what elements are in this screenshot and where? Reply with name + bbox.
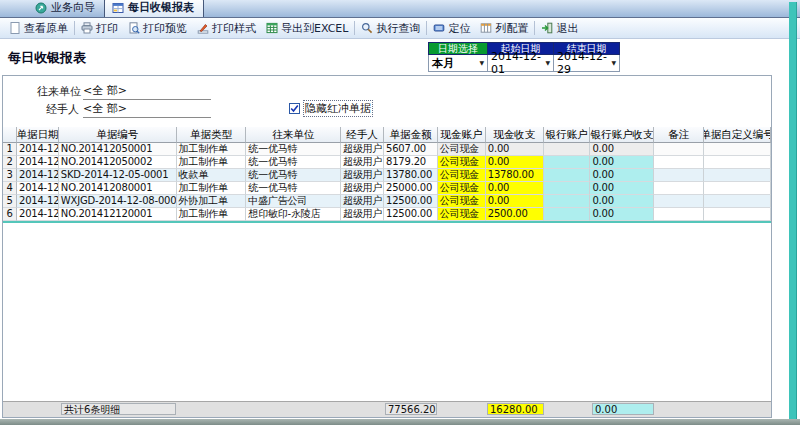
table-row[interactable]: 62014-12-12NO.201412120001加工制作单想印敏印-永陵店超… (3, 208, 771, 221)
cell-doc-type[interactable]: 加工制作单 (177, 143, 247, 156)
cell-partner[interactable]: 中盛广告公司 (246, 195, 341, 208)
cell-handler[interactable]: 超级用户 (341, 143, 384, 156)
column-header-cash-account[interactable]: 现金账户 (438, 127, 486, 143)
column-header-row-number[interactable] (3, 127, 17, 143)
cell-doc-type[interactable]: 收款单 (177, 169, 247, 182)
exit-button[interactable]: 退出 (536, 20, 583, 37)
cell-row-number[interactable]: 2 (3, 156, 17, 169)
table-row[interactable]: 22014-12-05NO.201412050002加工制作单统一优马特超级用户… (3, 156, 771, 169)
cell-remark[interactable] (654, 195, 704, 208)
cell-custom-number[interactable] (704, 143, 771, 156)
cell-amount[interactable]: 5607.00 (384, 143, 438, 156)
cell-partner[interactable]: 统一优马特 (246, 182, 341, 195)
cell-bank-flow[interactable]: 0.00 (590, 195, 654, 208)
column-header-doc-type[interactable]: 单据类型 (177, 127, 247, 143)
cell-row-number[interactable]: 4 (3, 182, 17, 195)
cell-cash-account[interactable]: 公司现金 (438, 169, 486, 182)
cell-remark[interactable] (654, 208, 704, 221)
column-header-partner[interactable]: 往来单位 (246, 127, 341, 143)
cell-partner[interactable]: 想印敏印-永陵店 (246, 208, 341, 221)
cell-custom-number[interactable] (704, 208, 771, 221)
print-style-button[interactable]: 打印样式 (192, 20, 261, 37)
column-header-cash-flow[interactable]: 现金收支 (486, 127, 544, 143)
query-button[interactable]: 执行查询 (356, 20, 425, 37)
cell-amount[interactable]: 13780.00 (384, 169, 438, 182)
cell-doc-date[interactable]: 2014-12-05 (17, 169, 59, 182)
view-original-button[interactable]: 查看原单 (4, 20, 73, 37)
cell-cash-account[interactable]: 公司现金 (438, 156, 486, 169)
cell-doc-date[interactable]: 2014-12-08 (17, 182, 59, 195)
cell-bank-account[interactable] (544, 143, 591, 156)
cell-row-number[interactable]: 3 (3, 169, 17, 182)
cell-cash-flow[interactable]: 2500.00 (486, 208, 544, 221)
cell-doc-date[interactable]: 2014-12-05 (17, 143, 59, 156)
cell-doc-date[interactable]: 2014-12-05 (17, 156, 59, 169)
column-header-doc-number[interactable]: 单据编号 (59, 127, 177, 143)
cell-doc-type[interactable]: 外协加工单 (177, 195, 247, 208)
cell-custom-number[interactable] (704, 156, 771, 169)
table-row[interactable]: 42014-12-08NO.201412080001加工制作单统一优马特超级用户… (3, 182, 771, 195)
cell-amount[interactable]: 12500.00 (384, 208, 438, 221)
cell-cash-account[interactable]: 公司现金 (438, 182, 486, 195)
locate-button[interactable]: 定位 (428, 20, 475, 37)
cell-bank-account[interactable] (544, 208, 591, 221)
column-header-amount[interactable]: 单据金额 (384, 127, 438, 143)
cell-doc-number[interactable]: NO.201412050002 (59, 156, 177, 169)
cell-custom-number[interactable] (704, 195, 771, 208)
cell-cash-flow[interactable]: 13780.00 (486, 169, 544, 182)
column-header-handler[interactable]: 经手人 (341, 127, 384, 143)
tab-daily-cash-report[interactable]: 每日收银报表 (104, 0, 204, 17)
cell-remark[interactable] (654, 143, 704, 156)
partner-field[interactable]: <全 部> (83, 83, 211, 100)
cell-doc-date[interactable]: 2014-12-08 (17, 195, 59, 208)
cell-doc-number[interactable]: NO.201412080001 (59, 182, 177, 195)
cell-amount[interactable]: 25000.00 (384, 182, 438, 195)
cell-doc-type[interactable]: 加工制作单 (177, 156, 247, 169)
cell-doc-number[interactable]: NO.201412050001 (59, 143, 177, 156)
cell-remark[interactable] (654, 156, 704, 169)
cell-custom-number[interactable] (704, 169, 771, 182)
column-header-bank-account[interactable]: 银行账户 (544, 127, 591, 143)
column-header-remark[interactable]: 备注 (654, 127, 704, 143)
cell-handler[interactable]: 超级用户 (341, 195, 384, 208)
cell-handler[interactable]: 超级用户 (341, 182, 384, 195)
cell-bank-account[interactable] (544, 195, 591, 208)
hide-reversed-label[interactable]: 隐藏红冲单据 (303, 100, 373, 117)
tab-business-wizard[interactable]: 业务向导 (28, 0, 104, 17)
column-header-bank-flow[interactable]: 银行账户收支 (590, 127, 654, 143)
column-header-custom-number[interactable]: 单据自定义编号 (704, 127, 771, 143)
cell-row-number[interactable]: 1 (3, 143, 17, 156)
cell-doc-type[interactable]: 加工制作单 (177, 208, 247, 221)
cell-partner[interactable]: 统一优马特 (246, 169, 341, 182)
cell-row-number[interactable]: 5 (3, 195, 17, 208)
column-config-button[interactable]: 列配置 (475, 20, 533, 37)
cell-bank-flow[interactable]: 0.00 (590, 182, 654, 195)
cell-doc-type[interactable]: 加工制作单 (177, 182, 247, 195)
cell-bank-flow[interactable]: 0.00 (590, 156, 654, 169)
cell-handler[interactable]: 超级用户 (341, 169, 384, 182)
cell-custom-number[interactable] (704, 182, 771, 195)
cell-cash-flow[interactable]: 0.00 (486, 182, 544, 195)
cell-doc-number[interactable]: NO.201412120001 (59, 208, 177, 221)
cell-handler[interactable]: 超级用户 (341, 156, 384, 169)
print-preview-button[interactable]: 打印预览 (123, 20, 192, 37)
cell-bank-flow[interactable]: 0.00 (590, 169, 654, 182)
cell-cash-flow[interactable]: 0.00 (486, 143, 544, 156)
cell-cash-flow[interactable]: 0.00 (486, 195, 544, 208)
table-row[interactable]: 32014-12-05SKD-2014-12-05-0001收款单统一优马特超级… (3, 169, 771, 182)
start-date-select[interactable]: 2014-12-01 ▼ (488, 55, 554, 72)
cell-cash-flow[interactable]: 0.00 (486, 156, 544, 169)
cell-handler[interactable]: 超级用户 (341, 208, 384, 221)
cell-doc-date[interactable]: 2014-12-12 (17, 208, 59, 221)
cell-cash-account[interactable]: 公司现金 (438, 143, 486, 156)
cell-bank-account[interactable] (544, 156, 591, 169)
table-row[interactable]: 12014-12-05NO.201412050001加工制作单统一优马特超级用户… (3, 143, 771, 156)
hide-reversed-checkbox-row[interactable]: 隐藏红冲单据 (289, 100, 373, 117)
cell-partner[interactable]: 统一优马特 (246, 143, 341, 156)
cell-amount[interactable]: 12500.00 (384, 195, 438, 208)
handler-field[interactable]: <全 部> (83, 101, 211, 118)
cell-bank-account[interactable] (544, 182, 591, 195)
cell-row-number[interactable]: 6 (3, 208, 17, 221)
print-button[interactable]: 打印 (76, 20, 123, 37)
date-mode-select[interactable]: 本月 ▼ (428, 55, 488, 72)
